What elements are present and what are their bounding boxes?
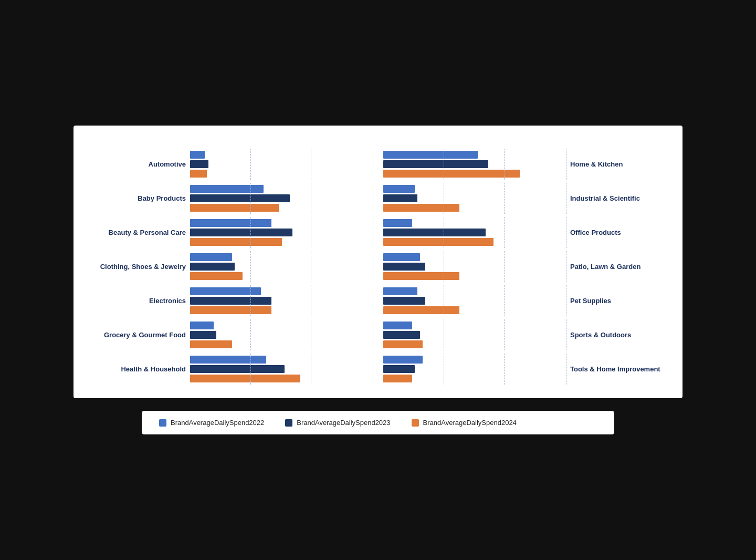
left-category-block: Grocery & Gourmet Food [90, 319, 373, 350]
bar [383, 272, 459, 280]
grid-line [311, 319, 311, 350]
left-category-block: Baby Products [90, 183, 373, 214]
bar [190, 375, 300, 382]
right-category-block: Home & Kitchen [383, 149, 666, 180]
grid-line [311, 149, 311, 180]
bar [383, 219, 412, 227]
left-category-block: Automotive [90, 149, 373, 180]
grid-line [373, 285, 373, 316]
bar [383, 306, 459, 314]
right-category-label: Sports & Outdoors [570, 331, 631, 339]
right-category-label-area: Industrial & Scientific [566, 183, 666, 214]
right-category-label-area: Office Products [566, 217, 666, 248]
left-category-label: Automotive [149, 160, 186, 169]
grid-line [504, 149, 505, 180]
grid-line [444, 251, 444, 282]
bar [383, 287, 417, 295]
right-category-block: Tools & Home Improvement [383, 354, 666, 385]
grid-line [373, 251, 373, 282]
left-category-label-area: Health & Household [90, 354, 190, 385]
grid-line [566, 217, 566, 248]
legend-item: BrandAverageDailySpend2023 [285, 419, 390, 427]
right-category-block: Industrial & Scientific [383, 183, 666, 214]
left-category-block: Electronics [90, 285, 373, 316]
left-category-label: Clothing, Shoes & Jewelry [100, 263, 186, 271]
grid-line [504, 217, 505, 248]
left-bars-area [190, 183, 373, 214]
grid-line [566, 183, 566, 214]
grid-line [373, 149, 373, 180]
grid-line [444, 183, 444, 214]
bar [383, 322, 412, 329]
left-bars-area [190, 354, 373, 385]
left-bars-area [190, 251, 373, 282]
left-bars-area [190, 285, 373, 316]
grid-line [311, 251, 311, 282]
grid-line [504, 183, 505, 214]
grid-line [504, 251, 505, 282]
left-category-label-area: Automotive [90, 149, 190, 180]
right-category-block: Sports & Outdoors [383, 319, 666, 350]
bar [383, 263, 425, 271]
right-category-block: Patio, Lawn & Garden [383, 251, 666, 282]
grid-line [444, 285, 444, 316]
bar [383, 365, 415, 373]
bar [383, 356, 423, 364]
bar [383, 151, 478, 159]
left-category-block: Health & Household [90, 354, 373, 385]
grid-line [566, 354, 566, 385]
bar [190, 170, 207, 178]
right-category-label-area: Sports & Outdoors [566, 319, 666, 350]
right-category-label: Tools & Home Improvement [570, 365, 660, 374]
grid-line [444, 354, 444, 385]
bar [383, 297, 425, 305]
grid-line [311, 285, 311, 316]
bar [190, 229, 292, 236]
grid-line [250, 319, 251, 350]
bar [190, 194, 290, 202]
grid-line [373, 217, 373, 248]
left-category-label: Baby Products [138, 194, 186, 203]
right-category-block: Office Products [383, 217, 666, 248]
grid-line [250, 183, 251, 214]
outer-wrapper: AutomotiveBaby ProductsBeauty & Personal… [0, 0, 756, 560]
left-bars-area [190, 319, 373, 350]
bar [190, 238, 282, 246]
right-category-label: Pet Supplies [570, 297, 611, 305]
left-category-block: Clothing, Shoes & Jewelry [90, 251, 373, 282]
bar [190, 151, 205, 159]
bar [383, 160, 488, 168]
grid-line [504, 285, 505, 316]
bar [383, 170, 520, 178]
bar [190, 297, 271, 305]
right-bars-area [383, 149, 566, 180]
right-category-label: Office Products [570, 229, 621, 237]
right-category-label-area: Pet Supplies [566, 285, 666, 316]
bar [383, 340, 423, 348]
left-bars-area [190, 149, 373, 180]
grid-line [444, 319, 444, 350]
left-category-label-area: Electronics [90, 285, 190, 316]
bar [190, 356, 266, 364]
grid-line [250, 354, 251, 385]
legend-item: BrandAverageDailySpend2024 [412, 419, 517, 427]
bar [190, 272, 243, 280]
left-category-label: Health & Household [121, 365, 186, 374]
grid-line [311, 183, 311, 214]
grid-line [566, 149, 566, 180]
right-bars-area [383, 251, 566, 282]
left-category-label: Grocery & Gourmet Food [104, 331, 186, 339]
bar [190, 306, 271, 314]
right-column: Home & KitchenIndustrial & ScientificOff… [383, 149, 666, 388]
chart-table: AutomotiveBaby ProductsBeauty & Personal… [90, 149, 666, 388]
bar [190, 185, 264, 193]
right-category-label-area: Tools & Home Improvement [566, 354, 666, 385]
left-category-label: Electronics [149, 297, 186, 305]
bar [190, 322, 214, 329]
left-category-label: Beauty & Personal Care [109, 229, 186, 237]
grid-line [250, 217, 251, 248]
grid-line [566, 319, 566, 350]
legend-card: BrandAverageDailySpend2022BrandAverageDa… [142, 411, 614, 434]
bar [383, 185, 415, 193]
right-category-label-area: Patio, Lawn & Garden [566, 251, 666, 282]
